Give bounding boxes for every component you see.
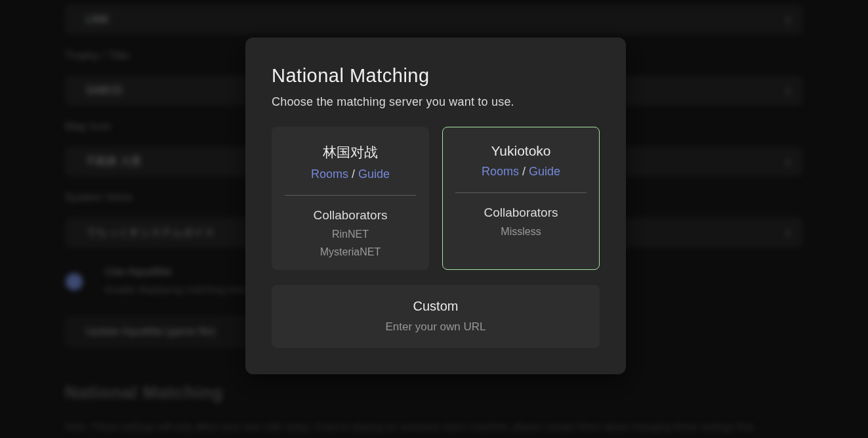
- rooms-link[interactable]: Rooms: [482, 165, 519, 178]
- custom-subtitle: Enter your own URL: [272, 320, 600, 334]
- custom-server-card[interactable]: Custom Enter your own URL: [272, 285, 600, 348]
- guide-link[interactable]: Guide: [529, 165, 560, 178]
- server-name: Yukiotoko: [443, 143, 599, 159]
- server-card-linguo[interactable]: 林国对战 Rooms / Guide Collaborators RinNET …: [272, 127, 429, 270]
- dialog-title: National Matching: [272, 65, 600, 87]
- national-matching-dialog: National Matching Choose the matching se…: [245, 37, 626, 374]
- server-links: Rooms / Guide: [272, 167, 428, 181]
- rooms-link[interactable]: Rooms: [311, 167, 348, 181]
- server-card-yukiotoko[interactable]: Yukiotoko Rooms / Guide Collaborators Mi…: [442, 127, 600, 270]
- link-separator: /: [519, 165, 529, 178]
- collaborator-name: RinNET: [272, 229, 428, 240]
- collaborator-name: MysteriaNET: [272, 246, 428, 258]
- collaborators-heading: Collaborators: [272, 208, 428, 223]
- server-links: Rooms / Guide: [443, 165, 599, 179]
- custom-title: Custom: [272, 299, 600, 314]
- collaborator-name: Missless: [443, 226, 599, 238]
- guide-link[interactable]: Guide: [358, 167, 390, 181]
- collaborators-heading: Collaborators: [443, 206, 599, 220]
- dialog-subtitle: Choose the matching server you want to u…: [272, 95, 600, 109]
- card-divider: [285, 195, 416, 196]
- server-name: 林国对战: [272, 143, 428, 162]
- server-options: 林国对战 Rooms / Guide Collaborators RinNET …: [272, 127, 600, 270]
- card-divider: [455, 192, 587, 193]
- link-separator: /: [348, 167, 358, 181]
